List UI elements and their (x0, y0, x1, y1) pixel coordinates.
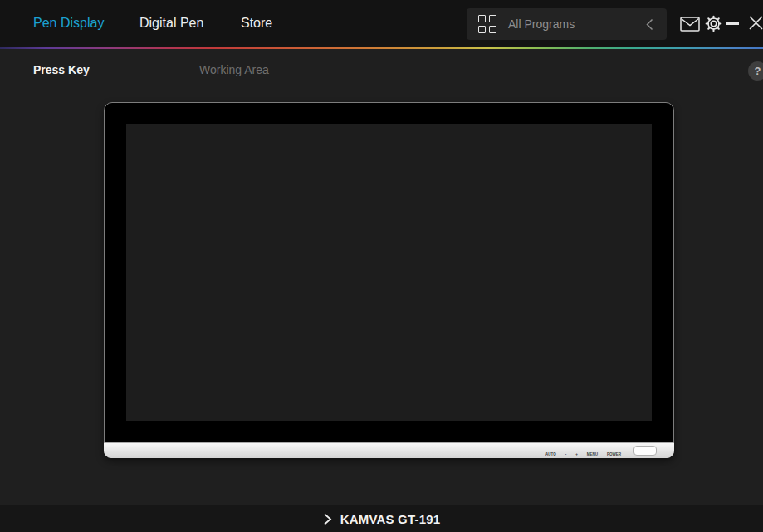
osd-label-plus: + (575, 452, 578, 456)
gear-icon[interactable] (705, 15, 722, 32)
program-selector-label: All Programs (508, 17, 575, 31)
nav-store[interactable]: Store (241, 16, 272, 31)
osd-label-auto: AUTO (545, 452, 556, 456)
program-selector-dropdown[interactable]: All Programs (467, 8, 667, 40)
minimize-icon[interactable] (726, 22, 739, 25)
tab-working-area[interactable]: Working Area (199, 63, 269, 76)
mail-icon[interactable] (680, 17, 700, 32)
apps-grid-icon (478, 15, 496, 33)
osd-label-power: POWER (607, 452, 621, 456)
tab-press-key[interactable]: Press Key (33, 63, 90, 76)
device-selector[interactable]: KAMVAS GT-191 (0, 505, 763, 532)
help-button[interactable]: ? (748, 61, 763, 81)
pen-display-bottom-bezel: AUTO - + MENU POWER (104, 442, 674, 458)
close-icon[interactable] (749, 16, 763, 30)
header: Pen Display Digital Pen Store All Progra… (0, 0, 763, 47)
pen-display-illustration: AUTO - + MENU POWER (104, 102, 674, 458)
app-window: Pen Display Digital Pen Store All Progra… (0, 0, 763, 532)
nav-digital-pen[interactable]: Digital Pen (139, 16, 203, 31)
device-name-label: KAMVAS GT-191 (340, 512, 441, 526)
osd-button-labels: AUTO - + MENU POWER (545, 452, 621, 456)
rainbow-divider (0, 47, 763, 49)
nav-pen-display[interactable]: Pen Display (33, 16, 104, 31)
power-button-illustration (633, 446, 657, 456)
chevron-right-icon (323, 513, 332, 525)
pen-display-screen (126, 124, 652, 421)
osd-label-minus: - (565, 452, 567, 456)
chevron-left-icon (646, 18, 653, 31)
osd-label-menu: MENU (587, 452, 598, 456)
